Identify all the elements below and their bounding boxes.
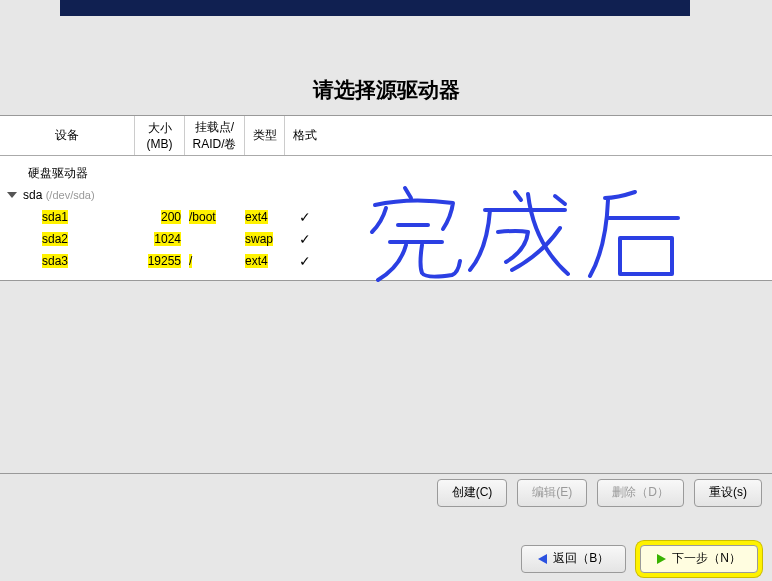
- part-type: ext4: [245, 210, 268, 224]
- col-type[interactable]: 类型: [245, 116, 285, 155]
- part-mount: /: [189, 254, 192, 268]
- part-size: 1024: [154, 232, 181, 246]
- back-button[interactable]: 返回（B）: [521, 545, 626, 573]
- arrow-right-icon: [657, 554, 666, 564]
- col-device[interactable]: 设备: [0, 116, 135, 155]
- reset-button[interactable]: 重设(s): [694, 479, 762, 507]
- next-button[interactable]: 下一步（N）: [640, 545, 758, 573]
- part-mount: /boot: [189, 210, 216, 224]
- delete-button[interactable]: 删除（D）: [597, 479, 684, 507]
- arrow-left-icon: [538, 554, 547, 564]
- part-name: sda1: [42, 210, 68, 224]
- col-mount[interactable]: 挂载点/ RAID/卷: [185, 116, 245, 155]
- part-type: ext4: [245, 254, 268, 268]
- toolbar: 创建(C) 编辑(E) 删除（D） 重设(s): [0, 473, 772, 511]
- top-banner: [60, 0, 690, 16]
- part-name: sda2: [42, 232, 68, 246]
- back-label: 返回（B）: [553, 550, 609, 567]
- col-format[interactable]: 格式: [285, 116, 325, 155]
- disk-path: (/dev/sda): [46, 189, 95, 201]
- check-icon: ✓: [299, 231, 311, 247]
- part-type: swap: [245, 232, 273, 246]
- expand-icon[interactable]: [7, 192, 17, 198]
- table-header: 设备 大小 (MB) 挂载点/ RAID/卷 类型 格式: [0, 116, 772, 156]
- create-button[interactable]: 创建(C): [437, 479, 508, 507]
- disk-name: sda: [23, 188, 42, 202]
- check-icon: ✓: [299, 253, 311, 269]
- part-name: sda3: [42, 254, 68, 268]
- part-size: 200: [161, 210, 181, 224]
- check-icon: ✓: [299, 209, 311, 225]
- page-title: 请选择源驱动器: [313, 76, 460, 104]
- next-label: 下一步（N）: [672, 550, 741, 567]
- handwriting-annotation: [350, 170, 750, 310]
- nav-bar: 返回（B） 下一步（N）: [0, 536, 772, 581]
- edit-button[interactable]: 编辑(E): [517, 479, 587, 507]
- col-size[interactable]: 大小 (MB): [135, 116, 185, 155]
- part-size: 19255: [148, 254, 181, 268]
